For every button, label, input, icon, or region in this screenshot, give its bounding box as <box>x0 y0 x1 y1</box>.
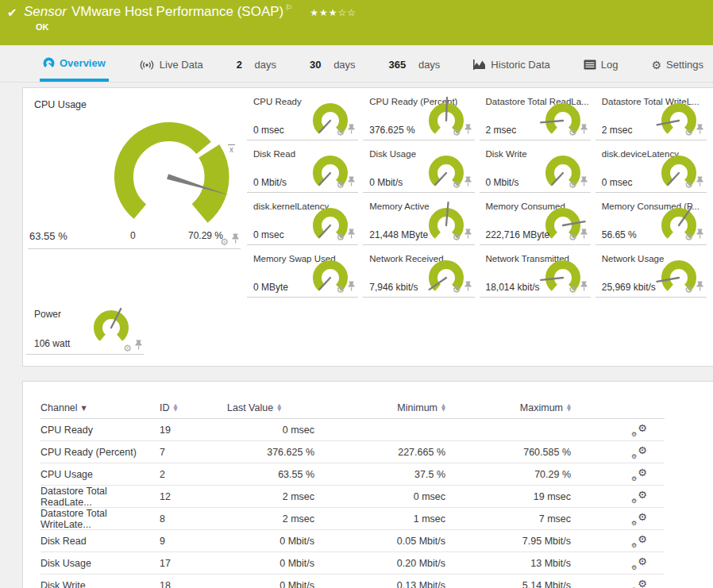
channel-settings-icon[interactable]: ⚙⚙ <box>631 557 647 570</box>
column-header-id[interactable]: ID▲▼ <box>160 402 227 413</box>
channel-gauge-value: 0 Mbit/s <box>253 177 287 188</box>
column-header-label: Minimum <box>397 402 437 413</box>
channel-gauge <box>425 151 468 197</box>
gear-icon[interactable]: ⚙ <box>220 237 229 247</box>
maximum-cell: 13 Mbit/s <box>445 558 571 569</box>
last-value-cell: 2 msec <box>227 491 314 502</box>
channel-gauge-value: 2 msec <box>486 125 517 136</box>
pin-icon[interactable] <box>580 280 588 294</box>
gear-icon[interactable]: ⚙ <box>336 180 345 190</box>
pin-icon[interactable] <box>696 228 703 242</box>
channel-gauge-value: 0 Mbit/s <box>369 177 403 188</box>
sensor-header: ✔ SensorVMware Host Performance (SOAP)⚐★… <box>0 0 713 45</box>
tab-settings[interactable]: ⚙Settings <box>648 48 707 82</box>
pin-icon[interactable] <box>464 175 472 190</box>
tab-overview[interactable]: Overview <box>40 48 109 82</box>
tab-bar: OverviewLive Data2 days30 days365 daysHi… <box>0 48 713 83</box>
object-kind-label: Sensor <box>24 4 67 19</box>
gear-icon[interactable]: ⚙ <box>684 285 693 294</box>
pin-icon[interactable] <box>696 123 703 137</box>
column-header-last-value[interactable]: Last Value▲▼ <box>227 402 314 413</box>
gauge-cell-network-received: Network Received7,946 kbit/s⚙ <box>363 252 474 298</box>
gear-icon[interactable]: ⚙ <box>568 128 577 137</box>
channel-gauge-value: 0 msec <box>253 229 284 240</box>
channel-name-cell: Datastore Total ReadLate... <box>40 486 160 508</box>
channel-gauge <box>309 98 352 144</box>
column-header-channel[interactable]: Channel▼ <box>40 402 160 413</box>
gear-icon[interactable]: ⚙ <box>568 180 577 190</box>
gear-icon[interactable]: ⚙ <box>336 233 345 242</box>
pin-icon[interactable] <box>232 233 239 247</box>
gear-icon[interactable]: ⚙ <box>453 180 461 190</box>
column-header-minimum[interactable]: Minimum▲▼ <box>314 402 445 413</box>
pin-icon[interactable] <box>464 123 472 137</box>
tab-2-days[interactable]: 2 days <box>233 48 279 82</box>
channel-gauge <box>425 203 468 249</box>
channel-settings-icon[interactable]: ⚙⚙ <box>631 446 647 459</box>
channel-row-disk-usage[interactable]: Disk Usage170 Mbit/s0.20 Mbit/s13 Mbit/s… <box>40 552 665 575</box>
pin-icon[interactable] <box>464 280 472 294</box>
priority-stars[interactable]: ★★★☆☆ <box>310 7 356 18</box>
gear-icon[interactable]: ⚙ <box>336 285 345 294</box>
channel-settings-icon[interactable]: ⚙⚙ <box>631 468 647 481</box>
pin-icon[interactable] <box>135 339 142 353</box>
flag-icon[interactable]: ⚐ <box>285 3 292 12</box>
tab-live-data[interactable]: Live Data <box>136 48 206 82</box>
channel-settings-icon[interactable]: ⚙⚙ <box>631 513 647 525</box>
channel-settings-icon[interactable]: ⚙⚙ <box>631 535 647 548</box>
channel-settings-icon[interactable]: ⚙⚙ <box>631 579 647 588</box>
column-header-maximum[interactable]: Maximum▲▼ <box>445 402 571 413</box>
gauge-cell-actions: ⚙ <box>453 175 472 190</box>
pin-icon[interactable] <box>696 280 703 294</box>
gear-icon[interactable]: ⚙ <box>453 233 461 242</box>
channel-settings-icon[interactable]: ⚙⚙ <box>631 424 647 436</box>
channel-row-datastore-total-writelate[interactable]: Datastore Total WriteLate...82 msec1 mse… <box>40 508 665 530</box>
minimum-cell: 227.665 % <box>314 447 445 458</box>
gauge-cell-power: Power106 watt⚙ <box>26 304 144 355</box>
sensor-title-line: SensorVMware Host Performance (SOAP)⚐★★★… <box>24 3 356 20</box>
channel-row-cpu-ready-percent[interactable]: CPU Ready (Percent)7376.625 %227.665 %76… <box>40 441 665 463</box>
column-header-label: ID <box>160 402 170 413</box>
gear-icon[interactable]: ⚙ <box>123 344 132 353</box>
gear-icon[interactable]: ⚙ <box>684 233 693 242</box>
average-marker: x <box>228 144 235 154</box>
channel-gauge <box>657 203 700 249</box>
tab-label: Live Data <box>160 59 203 71</box>
channel-row-cpu-ready[interactable]: CPU Ready190 msec⚙⚙ <box>40 419 665 441</box>
pin-icon[interactable] <box>696 175 703 190</box>
channel-row-cpu-usage[interactable]: CPU Usage263.55 %37.5 %70.29 %⚙⚙ <box>40 463 665 486</box>
gauge-cell-memory-consumed-p: Memory Consumed (P...56.65 %⚙ <box>595 200 707 245</box>
minimum-cell: 0.13 Mbit/s <box>314 580 445 588</box>
gear-icon[interactable]: ⚙ <box>453 128 461 137</box>
gear-icon[interactable]: ⚙ <box>684 180 693 190</box>
gear-icon[interactable]: ⚙ <box>336 128 345 137</box>
gear-icon[interactable]: ⚙ <box>568 233 577 242</box>
pin-icon[interactable] <box>464 228 472 242</box>
channel-row-disk-read[interactable]: Disk Read90 Mbit/s0.05 Mbit/s7.95 Mbit/s… <box>40 530 665 552</box>
pin-icon[interactable] <box>348 280 355 294</box>
channel-row-disk-write[interactable]: Disk Write180 Mbit/s0.13 Mbit/s5.14 Mbit… <box>40 575 665 588</box>
gear-icon[interactable]: ⚙ <box>568 285 577 294</box>
tab-log[interactable]: Log <box>580 48 622 82</box>
tab-historic-data[interactable]: Historic Data <box>470 48 553 82</box>
pin-icon[interactable] <box>348 123 355 137</box>
channels-panel: Channel▼ID▲▼Last Value▲▼Minimum▲▼Maximum… <box>22 381 713 588</box>
pin-icon[interactable] <box>580 175 588 190</box>
gear-icon[interactable]: ⚙ <box>453 285 461 294</box>
pin-icon[interactable] <box>348 175 355 190</box>
channel-row-datastore-total-readlate[interactable]: Datastore Total ReadLate...122 msec0 mse… <box>40 486 665 508</box>
tab-30-days[interactable]: 30 days <box>306 48 359 82</box>
gear-icon[interactable]: ⚙ <box>684 128 693 137</box>
gear-icon: ⚙ <box>651 60 661 71</box>
last-value-cell: 2 msec <box>227 513 314 525</box>
channel-settings-icon[interactable]: ⚙⚙ <box>631 490 647 503</box>
pin-icon[interactable] <box>580 228 588 242</box>
last-value-cell: 376.625 % <box>227 447 314 458</box>
pin-icon[interactable] <box>580 123 588 137</box>
tab-365-days[interactable]: 365 days <box>386 48 444 82</box>
log-icon <box>584 60 596 70</box>
column-header-label: Last Value <box>227 402 273 413</box>
gauge-cell-datastore-total-readla: Datastore Total ReadLa...2 msec⚙ <box>480 95 591 140</box>
sort-desc-icon: ▼ <box>82 405 87 412</box>
pin-icon[interactable] <box>348 228 355 242</box>
